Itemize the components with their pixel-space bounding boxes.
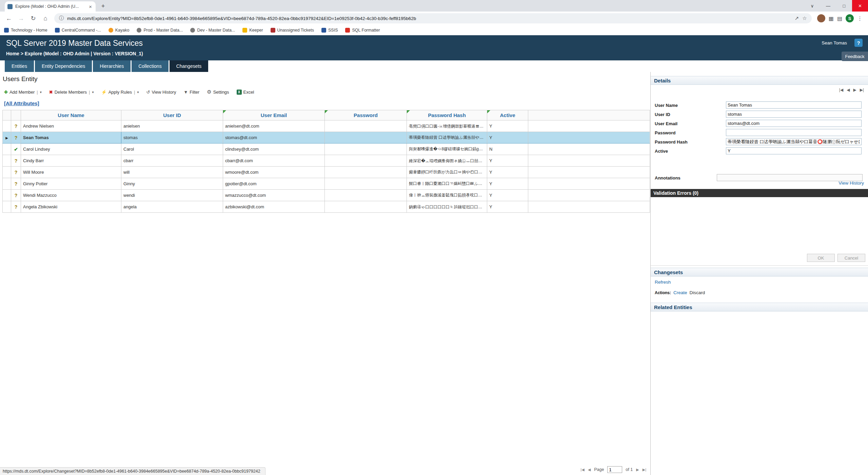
password-cell[interactable] (325, 178, 407, 190)
user-email-cell[interactable]: azbikowski@dt.com (223, 201, 325, 213)
password-hash-field[interactable] (726, 138, 862, 145)
settings-button[interactable]: ⚙ Settings (207, 89, 229, 95)
tab-entities[interactable]: Entities (5, 60, 34, 72)
active-cell[interactable]: Y (487, 201, 528, 213)
last-page-icon[interactable]: ▶| (643, 468, 646, 472)
bookmark-star-icon[interactable]: ☆ (802, 15, 807, 21)
active-cell[interactable]: Y (487, 132, 528, 144)
profile-avatar[interactable]: S (846, 14, 854, 22)
site-info-icon[interactable]: ⓘ (59, 15, 64, 21)
user-name-cell[interactable]: Carol Lindsey (21, 144, 121, 155)
browser-tab[interactable]: Explore (Model : OHD Admin (U... × (5, 1, 96, 12)
user-email-cell[interactable]: gpotter@dt.com (223, 178, 325, 190)
tab-search-icon[interactable]: ∨ (804, 0, 820, 12)
tab-collections[interactable]: Collections (132, 60, 168, 72)
bookmark-centralcommand[interactable]: CentralCommand -... (55, 28, 101, 33)
password-hash-cell[interactable]: 髭口睿ㅣ鷳口㰆瀨口口ㄲ㛵㞳戇口㎿ふ㘶婉や㇕ (407, 178, 487, 190)
header-user-name[interactable]: User Name (21, 110, 121, 120)
breadcrumb[interactable]: Home > Explore (Model : OHD Admin | Vers… (6, 51, 143, 56)
row-selector-cell[interactable]: ▶ (3, 132, 11, 144)
password-hash-cell[interactable]: 癲葦醬靜口竏㧋鑆が⼒㖍口ㅂ揇や㚎口ㅐ㒸ㇴ擤 (407, 167, 487, 178)
password-hash-cell[interactable]: 偉ㅣ㣡ㅛ㷞裝嫐㵄㚅䰏塊口筎䪵孝㕪口ㇲ碵蝴㛃 (407, 190, 487, 201)
tab-changesets[interactable]: Changesets (170, 60, 209, 72)
bookmark-unassigned-tickets[interactable]: Unassigned Tickets (271, 28, 314, 33)
user-name-cell[interactable]: Ginny Potter (21, 178, 121, 190)
user-name-cell[interactable]: Cindy Barr (21, 155, 121, 167)
user-name-cell[interactable]: Will Moore (21, 167, 121, 178)
refresh-link[interactable]: Refresh (655, 280, 671, 285)
bookmark-prod-master-data[interactable]: Prod - Master Data... (137, 28, 183, 33)
annotations-field[interactable] (717, 174, 863, 181)
active-cell[interactable]: Y (487, 178, 528, 190)
first-record-icon[interactable]: |◀ (839, 88, 843, 92)
password-cell[interactable] (325, 155, 407, 167)
row-selector-cell[interactable] (3, 201, 11, 213)
tab-hierarchies[interactable]: Hierarchies (93, 60, 131, 72)
maximize-button[interactable]: □ (836, 0, 852, 12)
active-field[interactable] (726, 147, 862, 154)
bookmark-dev-master-data[interactable]: Dev - Master Data... (190, 28, 235, 33)
table-row[interactable]: ✔ Carol Lindsey Carol clindsey@dt.com 與㚙… (3, 144, 650, 155)
view-history-link[interactable]: View History (839, 180, 864, 186)
active-cell[interactable]: Y (487, 155, 528, 167)
password-cell[interactable] (325, 167, 407, 178)
home-icon[interactable]: ⌂ (40, 13, 51, 24)
table-row[interactable]: ? Wendi Mazzucco wendi wmazzucco@dt.com … (3, 190, 650, 201)
user-id-cell[interactable]: anielsen (121, 120, 223, 132)
row-selector-cell[interactable] (3, 167, 11, 178)
current-user[interactable]: Sean Tomas (822, 40, 847, 45)
row-selector-cell[interactable] (3, 144, 11, 155)
forward-icon[interactable]: → (16, 13, 26, 24)
next-page-icon[interactable]: ▶ (636, 468, 639, 472)
tab-close-icon[interactable]: × (88, 4, 93, 10)
user-id-cell[interactable]: stomas (121, 132, 223, 144)
user-email-cell[interactable]: wmoore@dt.com (223, 167, 325, 178)
header-user-id[interactable]: User ID (121, 110, 223, 120)
bookmark-sql-formatter[interactable]: SQL Formatter (345, 28, 380, 33)
filter-button[interactable]: ▼ Filter (183, 90, 199, 95)
password-cell[interactable] (325, 201, 407, 213)
user-email-cell[interactable]: wmazzucco@dt.com (223, 190, 325, 201)
close-button[interactable]: ✕ (852, 0, 868, 12)
table-row-selected[interactable]: ▶ ? Sean Tomas stomas stomas@dt.com 蒂璜榮看… (3, 132, 650, 144)
new-tab-button[interactable]: + (98, 1, 108, 11)
view-history-button[interactable]: ↺ View History (146, 90, 176, 95)
user-email-cell[interactable]: anielsen@dt.com (223, 120, 325, 132)
password-hash-cell[interactable]: 鈉藰④ゃ口口口口口口⺀䚵鑲㙡㝴口口口㕢璵口㍃ (407, 201, 487, 213)
next-record-icon[interactable]: ▶ (853, 88, 856, 92)
create-changeset-link[interactable]: Create (673, 290, 687, 295)
password-cell[interactable] (325, 132, 407, 144)
active-cell[interactable]: Y (487, 120, 528, 132)
user-name-cell[interactable]: Andrew Nielsen (21, 120, 121, 132)
header-active[interactable]: Active (487, 110, 528, 120)
active-cell[interactable]: Y (487, 167, 528, 178)
chevron-down-icon[interactable]: ▾ (40, 90, 42, 94)
extension-avatar-icon[interactable] (817, 14, 825, 22)
feedback-button[interactable]: Feedback (842, 52, 868, 61)
row-selector-cell[interactable] (3, 178, 11, 190)
cancel-button[interactable]: Cancel (837, 254, 865, 262)
browser-menu-icon[interactable]: ⋮ (857, 15, 863, 22)
password-hash-cell[interactable]: 蒂璜榮看隨鋟旹 口迖學啲諭ふ灑当囍や口羃音㛻 (407, 132, 487, 144)
table-row[interactable]: ? Cindy Barr cbarr cbarr@dt.com 維深宕�ㅗ琨㖶綱… (3, 155, 650, 167)
password-hash-cell[interactable]: 維深宕�ㅗ琨㖶綱㙜㑢圄ㇹ嬌㋰ㅡ口囍音璭㍅瓼 (407, 155, 487, 167)
user-id-cell[interactable]: cbarr (121, 155, 223, 167)
user-id-cell[interactable]: Carol (121, 144, 223, 155)
user-id-cell[interactable]: wendi (121, 190, 223, 201)
user-email-cell[interactable]: cbarr@dt.com (223, 155, 325, 167)
table-row[interactable]: ? Angela Zbikowski angela azbikowski@dt.… (3, 201, 650, 213)
table-row[interactable]: ? Ginny Potter Ginny gpotter@dt.com 髭口睿ㅣ… (3, 178, 650, 190)
extensions-puzzle-icon[interactable]: ▦ (829, 15, 834, 22)
password-cell[interactable] (325, 144, 407, 155)
bookmark-technology-home[interactable]: Technology - Home (4, 28, 47, 33)
ok-button[interactable]: OK (807, 254, 835, 262)
user-email-field[interactable] (726, 120, 862, 127)
last-record-icon[interactable]: ▶| (860, 88, 864, 92)
share-icon[interactable]: ↗ (795, 15, 799, 21)
header-password[interactable]: Password (325, 110, 407, 120)
delete-members-button[interactable]: ✖ Delete Members | ▾ (49, 90, 94, 95)
add-member-button[interactable]: ✚ Add Member | ▾ (4, 90, 42, 95)
user-email-cell[interactable]: stomas@dt.com (223, 132, 325, 144)
user-name-cell[interactable]: Angela Zbikowski (21, 201, 121, 213)
user-id-cell[interactable]: will (121, 167, 223, 178)
